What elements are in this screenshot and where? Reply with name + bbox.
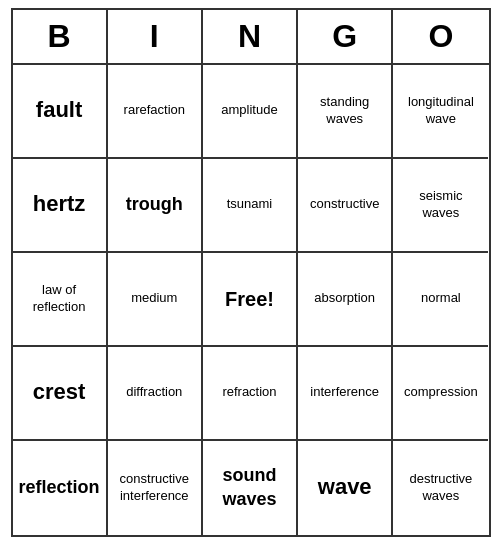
bingo-cell-18[interactable]: interference (298, 347, 393, 441)
bingo-cell-22[interactable]: sound waves (203, 441, 298, 535)
bingo-grid: faultrarefactionamplitudestanding wavesl… (13, 65, 489, 535)
bingo-cell-11[interactable]: medium (108, 253, 203, 347)
bingo-cell-20[interactable]: reflection (13, 441, 108, 535)
header-letter-G: G (298, 10, 393, 63)
bingo-cell-1[interactable]: rarefaction (108, 65, 203, 159)
bingo-cell-10[interactable]: law of reflection (13, 253, 108, 347)
bingo-cell-0[interactable]: fault (13, 65, 108, 159)
bingo-cell-19[interactable]: compression (393, 347, 488, 441)
bingo-cell-15[interactable]: crest (13, 347, 108, 441)
bingo-cell-14[interactable]: normal (393, 253, 488, 347)
bingo-cell-23[interactable]: wave (298, 441, 393, 535)
bingo-header: BINGO (13, 10, 489, 65)
bingo-cell-17[interactable]: refraction (203, 347, 298, 441)
bingo-cell-5[interactable]: hertz (13, 159, 108, 253)
bingo-cell-6[interactable]: trough (108, 159, 203, 253)
header-letter-B: B (13, 10, 108, 63)
bingo-cell-24[interactable]: destructive waves (393, 441, 488, 535)
header-letter-I: I (108, 10, 203, 63)
header-letter-N: N (203, 10, 298, 63)
header-letter-O: O (393, 10, 488, 63)
bingo-cell-13[interactable]: absorption (298, 253, 393, 347)
bingo-cell-3[interactable]: standing waves (298, 65, 393, 159)
bingo-cell-7[interactable]: tsunami (203, 159, 298, 253)
bingo-cell-2[interactable]: amplitude (203, 65, 298, 159)
bingo-cell-8[interactable]: constructive (298, 159, 393, 253)
bingo-cell-12[interactable]: Free! (203, 253, 298, 347)
bingo-cell-4[interactable]: longitudinal wave (393, 65, 488, 159)
bingo-cell-16[interactable]: diffraction (108, 347, 203, 441)
bingo-cell-9[interactable]: seismic waves (393, 159, 488, 253)
bingo-card: BINGO faultrarefactionamplitudestanding … (11, 8, 491, 537)
bingo-cell-21[interactable]: constructive interference (108, 441, 203, 535)
